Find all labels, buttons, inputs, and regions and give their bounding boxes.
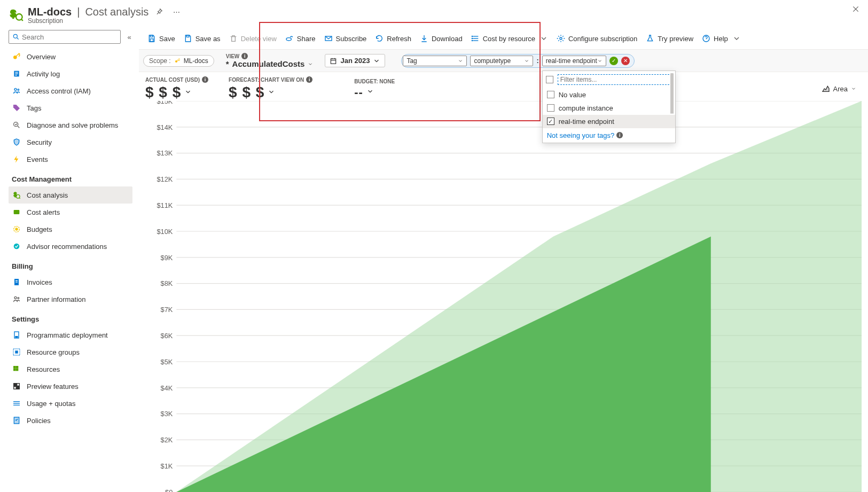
sidebar-item[interactable]: Security	[9, 134, 132, 151]
help-button[interactable]: Help	[698, 32, 745, 45]
dropdown-item[interactable]: No value	[543, 88, 675, 101]
sidebar-item[interactable]: Tags	[9, 99, 132, 116]
sidebar-item[interactable]: Activity log	[9, 65, 132, 82]
info-icon[interactable]: i	[241, 53, 248, 59]
info-icon: i	[616, 132, 623, 138]
sidebar-item[interactable]: Partner information	[9, 291, 132, 308]
usage-icon	[12, 399, 21, 408]
refresh-button[interactable]: Refresh	[371, 32, 416, 45]
close-icon[interactable]	[852, 5, 859, 15]
subscribe-button[interactable]: Subscribe	[320, 32, 371, 45]
dropdown-scrollbar[interactable]	[670, 73, 674, 140]
svg-point-24	[14, 244, 20, 249]
view-selector[interactable]: *AccumulatedCosts	[226, 59, 314, 68]
cost-by-resource-button[interactable]: Cost by resource	[467, 32, 552, 45]
filter-confirm-icon[interactable]: ✓	[609, 57, 618, 65]
chart-type-selector[interactable]: Area	[822, 84, 862, 93]
svg-text:$1K: $1K	[161, 462, 173, 470]
sidebar-item-label: Advisor recommendations	[27, 243, 107, 251]
try-preview-button[interactable]: Try preview	[642, 32, 698, 45]
pin-icon[interactable]	[153, 5, 166, 18]
nav-group-title: Settings	[12, 315, 132, 323]
filter-dimension-select[interactable]: Tag	[403, 56, 467, 66]
sidebar-item[interactable]: Events	[9, 151, 132, 168]
svg-rect-41	[17, 387, 20, 389]
download-icon	[420, 34, 428, 43]
search-icon	[12, 33, 20, 41]
budget-label: BUDGET: NONE	[354, 79, 395, 84]
scope-pill[interactable]: Scope : ML-docs	[143, 55, 214, 67]
svg-text:$2K: $2K	[161, 436, 173, 444]
sidebar-item-label: Diagnose and solve problems	[27, 121, 118, 129]
sidebar-item-label: Usage + quotas	[27, 400, 75, 408]
date-range-button[interactable]: Jan 2023	[325, 54, 385, 67]
info-icon[interactable]: i	[306, 76, 312, 83]
sidebar-item[interactable]: Programmatic deployment	[9, 326, 132, 343]
chevron-down-icon	[184, 88, 192, 96]
log-icon	[12, 69, 21, 79]
shield-icon	[12, 137, 21, 147]
svg-line-2	[22, 20, 23, 21]
sidebar-item[interactable]: Resource groups	[9, 343, 132, 361]
nav-group-title: Cost Management	[12, 175, 132, 183]
actual-cost-value[interactable]: $ $ $	[145, 84, 208, 101]
save-button[interactable]: Save	[143, 32, 179, 45]
dropdown-filter-input[interactable]	[558, 74, 672, 85]
checkbox[interactable]	[547, 104, 554, 112]
partner-icon	[12, 294, 21, 304]
sidebar-search-input[interactable]	[22, 33, 117, 41]
sidebar-item[interactable]: Usage + quotas	[9, 395, 132, 412]
svg-rect-40	[14, 387, 17, 389]
svg-point-59	[175, 60, 177, 63]
page-header: $ ML-docs | Cost analysis ⋯ Subscription	[0, 0, 868, 28]
not-seeing-tags-link[interactable]: Not seeing your tags?i	[543, 128, 675, 143]
forecast-value[interactable]: $ $ $	[229, 84, 312, 101]
svg-rect-60	[331, 58, 336, 63]
svg-point-18	[16, 194, 20, 198]
sidebar-item[interactable]: Budgets	[9, 221, 132, 238]
download-button[interactable]: Download	[416, 32, 467, 45]
checkbox[interactable]	[547, 118, 554, 125]
share-button[interactable]: Share	[281, 32, 320, 45]
sidebar-item[interactable]: $Cost alerts	[9, 204, 132, 221]
filter-pill: Tag computetype : real-time endpoint No …	[401, 54, 634, 68]
sidebar-item[interactable]: Preview features	[9, 378, 132, 395]
sidebar-item[interactable]: Diagnose and solve problems	[9, 116, 132, 134]
policy-icon	[12, 416, 21, 425]
dropdown-item[interactable]: real-time endpoint	[543, 115, 675, 128]
svg-text:$3K: $3K	[161, 410, 173, 418]
svg-text:$12K: $12K	[157, 175, 173, 183]
scope-type: Subscription	[28, 17, 852, 25]
checkbox[interactable]	[547, 91, 554, 98]
svg-point-23	[15, 228, 18, 230]
filter-remove-icon[interactable]: ✕	[621, 57, 630, 65]
info-icon[interactable]: i	[202, 76, 208, 83]
sidebar-item[interactable]: Policies	[9, 412, 132, 429]
save-as-button[interactable]: Save as	[179, 32, 225, 45]
filter-key-select[interactable]: computetype	[470, 56, 533, 66]
more-icon[interactable]: ⋯	[170, 5, 183, 18]
collapse-sidebar-icon[interactable]: «	[124, 32, 135, 42]
dropdown-item[interactable]: compute instance	[543, 101, 675, 115]
sidebar-item[interactable]: Resources	[9, 361, 132, 378]
sidebar-item[interactable]: Access control (IAM)	[9, 82, 132, 99]
svg-point-49	[286, 38, 291, 41]
svg-point-5	[13, 34, 17, 38]
bolt-icon	[12, 154, 21, 164]
svg-point-28	[14, 296, 17, 299]
sidebar-search[interactable]	[9, 30, 121, 44]
sidebar-item[interactable]: Invoices	[9, 274, 132, 291]
svg-text:$13K: $13K	[157, 149, 173, 157]
sidebar-item-label: Tags	[27, 104, 41, 112]
sidebar-item[interactable]: Advisor recommendations	[9, 238, 132, 255]
chevron-down-icon	[458, 58, 463, 64]
sidebar-item-label: Cost alerts	[27, 208, 60, 216]
budget-value[interactable]: --	[354, 85, 395, 99]
page-title: Cost analysis	[85, 6, 148, 18]
svg-text:$0: $0	[165, 488, 173, 492]
filter-value-select[interactable]: real-time endpoint	[542, 56, 606, 66]
configure-subscription-button[interactable]: Configure subscription	[552, 32, 642, 45]
select-all-checkbox[interactable]	[546, 76, 553, 83]
sidebar-item[interactable]: Overview	[9, 48, 132, 65]
sidebar-item[interactable]: $Cost analysis	[9, 186, 132, 204]
